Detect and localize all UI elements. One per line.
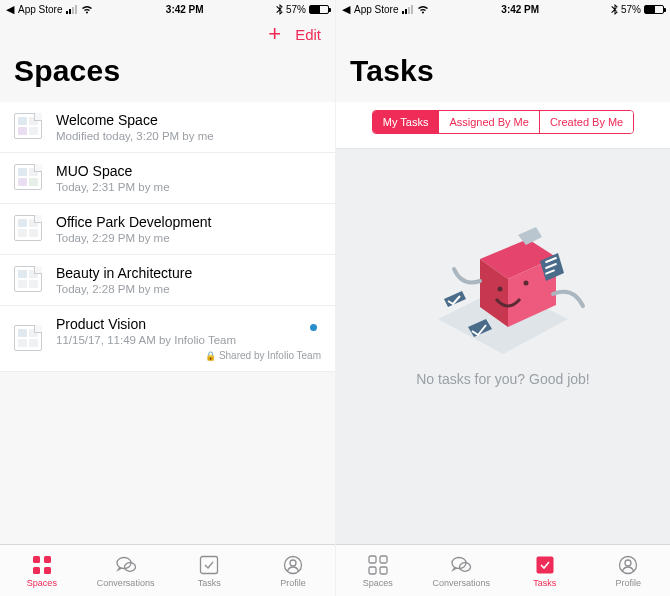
- back-label[interactable]: App Store: [18, 4, 62, 15]
- add-button[interactable]: +: [268, 21, 281, 47]
- svg-point-7: [285, 556, 302, 573]
- svg-point-27: [460, 562, 471, 571]
- svg-point-13: [498, 287, 503, 292]
- clock: 3:42 PM: [429, 4, 611, 15]
- bluetooth-icon: [611, 4, 618, 15]
- space-row[interactable]: Product Vision 11/15/17, 11:49 AM by Inf…: [0, 306, 335, 372]
- wifi-icon: [81, 5, 93, 14]
- space-row[interactable]: Office Park Development Today, 2:29 PM b…: [0, 204, 335, 255]
- space-sub: Today, 2:29 PM by me: [56, 232, 321, 244]
- phone-tasks: ◀ App Store 3:42 PM 57% Tasks My Tasks A…: [335, 0, 670, 596]
- clock: 3:42 PM: [93, 4, 276, 15]
- svg-rect-23: [380, 556, 387, 563]
- svg-rect-25: [380, 567, 387, 574]
- lock-icon: 🔒: [205, 351, 216, 361]
- chat-icon: [115, 554, 137, 576]
- svg-rect-3: [44, 567, 51, 574]
- battery-icon: [644, 5, 664, 14]
- chat-icon: [450, 554, 472, 576]
- wifi-icon: [417, 5, 429, 14]
- signal-icon: [402, 5, 413, 14]
- segment-assigned[interactable]: Assigned By Me: [439, 111, 539, 133]
- empty-illustration-icon: [408, 199, 598, 359]
- signal-icon: [66, 5, 77, 14]
- empty-text: No tasks for you? Good job!: [416, 371, 590, 387]
- tab-spaces[interactable]: Spaces: [0, 545, 84, 596]
- svg-point-14: [524, 281, 529, 286]
- svg-rect-28: [536, 556, 553, 573]
- unread-dot-icon: [310, 324, 317, 331]
- tab-tasks[interactable]: Tasks: [168, 545, 252, 596]
- tab-profile[interactable]: Profile: [587, 545, 671, 596]
- tasks-content: My Tasks Assigned By Me Created By Me: [336, 102, 670, 544]
- space-thumb-icon: [14, 164, 44, 192]
- tab-label: Conversations: [97, 578, 155, 588]
- back-icon[interactable]: ◀: [342, 3, 350, 16]
- tab-label: Spaces: [363, 578, 393, 588]
- tab-label: Spaces: [27, 578, 57, 588]
- tab-label: Conversations: [432, 578, 490, 588]
- tab-bar: Spaces Conversations Tasks Profile: [0, 544, 335, 596]
- profile-icon: [617, 554, 639, 576]
- check-icon: [198, 554, 220, 576]
- page-title: Spaces: [0, 50, 335, 102]
- spaces-list-area: Welcome Space Modified today, 3:20 PM by…: [0, 102, 335, 544]
- svg-rect-22: [369, 556, 376, 563]
- nav-bar: + Edit: [0, 18, 335, 50]
- grid-icon: [31, 554, 53, 576]
- svg-point-8: [290, 560, 296, 566]
- back-label[interactable]: App Store: [354, 4, 398, 15]
- svg-point-5: [124, 562, 135, 571]
- status-bar: ◀ App Store 3:42 PM 57%: [336, 0, 670, 18]
- tab-label: Profile: [280, 578, 306, 588]
- tab-tasks[interactable]: Tasks: [503, 545, 587, 596]
- nav-bar: [336, 18, 670, 50]
- space-sub: Modified today, 3:20 PM by me: [56, 130, 321, 142]
- space-sub: 11/15/17, 11:49 AM by Infolio Team: [56, 334, 321, 346]
- shared-by: 🔒 Shared by Infolio Team: [56, 350, 321, 361]
- tab-spaces[interactable]: Spaces: [336, 545, 420, 596]
- space-title: Beauty in Architecture: [56, 265, 321, 281]
- svg-point-29: [620, 556, 637, 573]
- spaces-list: Welcome Space Modified today, 3:20 PM by…: [0, 102, 335, 372]
- space-thumb-icon: [14, 215, 44, 243]
- tab-label: Profile: [615, 578, 641, 588]
- space-row[interactable]: Beauty in Architecture Today, 2:28 PM by…: [0, 255, 335, 306]
- space-row[interactable]: Welcome Space Modified today, 3:20 PM by…: [0, 102, 335, 153]
- segment-my-tasks[interactable]: My Tasks: [373, 111, 440, 133]
- space-sub: Today, 2:28 PM by me: [56, 283, 321, 295]
- check-icon: [534, 554, 556, 576]
- phone-spaces: ◀ App Store 3:42 PM 57% + Edit Spaces We…: [0, 0, 335, 596]
- status-bar: ◀ App Store 3:42 PM 57%: [0, 0, 335, 18]
- svg-rect-0: [33, 556, 40, 563]
- tab-label: Tasks: [533, 578, 556, 588]
- tab-profile[interactable]: Profile: [251, 545, 335, 596]
- tab-bar: Spaces Conversations Tasks Profile: [336, 544, 670, 596]
- edit-button[interactable]: Edit: [295, 26, 321, 43]
- page-title: Tasks: [336, 50, 670, 102]
- segment-created[interactable]: Created By Me: [540, 111, 633, 133]
- space-thumb-icon: [14, 113, 44, 141]
- battery-pct: 57%: [286, 4, 306, 15]
- bluetooth-icon: [276, 4, 283, 15]
- profile-icon: [282, 554, 304, 576]
- svg-marker-17: [444, 291, 466, 307]
- space-sub: Today, 2:31 PM by me: [56, 181, 321, 193]
- battery-pct: 57%: [621, 4, 641, 15]
- space-title: Product Vision: [56, 316, 321, 332]
- svg-rect-24: [369, 567, 376, 574]
- tab-conversations[interactable]: Conversations: [420, 545, 504, 596]
- battery-icon: [309, 5, 329, 14]
- space-thumb-icon: [14, 325, 44, 353]
- svg-rect-1: [44, 556, 51, 563]
- tab-label: Tasks: [198, 578, 221, 588]
- tab-conversations[interactable]: Conversations: [84, 545, 168, 596]
- space-row[interactable]: MUO Space Today, 2:31 PM by me: [0, 153, 335, 204]
- empty-state: No tasks for you? Good job!: [336, 149, 670, 387]
- space-title: MUO Space: [56, 163, 321, 179]
- space-thumb-icon: [14, 266, 44, 294]
- svg-rect-2: [33, 567, 40, 574]
- svg-rect-6: [201, 556, 218, 573]
- back-icon[interactable]: ◀: [6, 3, 14, 16]
- space-title: Office Park Development: [56, 214, 321, 230]
